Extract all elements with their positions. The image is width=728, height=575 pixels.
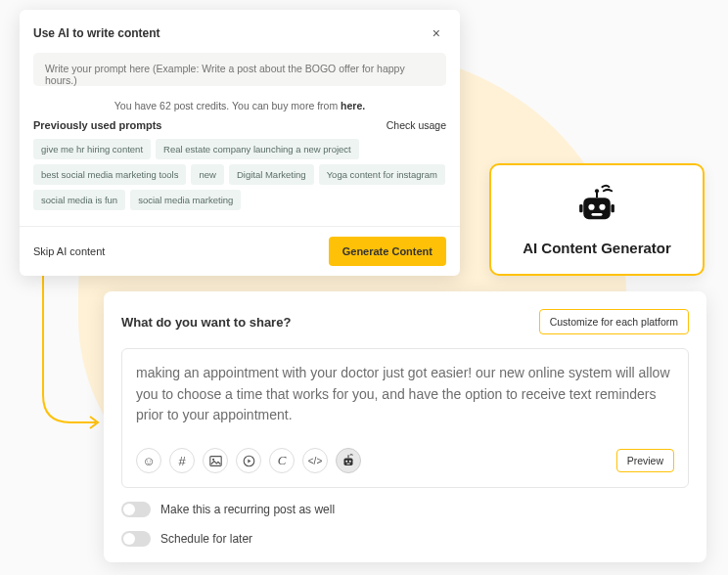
content-editor[interactable]: making an appointment with your doctor j… (121, 348, 689, 488)
code-icon[interactable]: </> (302, 448, 328, 473)
customize-platform-button[interactable]: Customize for each platform (539, 309, 689, 334)
generate-content-button[interactable]: Generate Content (329, 237, 446, 266)
check-usage-link[interactable]: Check usage (387, 119, 446, 131)
share-title: What do you want to share? (121, 315, 291, 330)
prompt-input[interactable] (33, 53, 446, 86)
prompt-chip[interactable]: new (191, 164, 223, 185)
schedule-label: Schedule for later (160, 532, 252, 546)
prompt-chip[interactable]: Yoga content for instagram (319, 164, 445, 185)
svg-rect-8 (209, 456, 220, 465)
schedule-toggle[interactable] (121, 531, 151, 547)
prompt-chip[interactable]: Digital Marketing (229, 164, 314, 185)
recurring-label: Make this a recurring post as well (160, 503, 335, 516)
svg-point-15 (349, 461, 351, 463)
prompt-chip[interactable]: social media marketing (130, 190, 241, 210)
modal-title: Use AI to write content (33, 26, 160, 40)
robot-icon (575, 183, 618, 226)
prompt-chips: give me hr hiring content Real estate co… (33, 139, 446, 210)
credit-info: You have 62 post credits. You can buy mo… (33, 100, 446, 111)
svg-rect-16 (346, 464, 350, 464)
prompt-chip[interactable]: best social media marketing tools (33, 164, 186, 185)
svg-rect-13 (344, 459, 353, 466)
ai-robot-icon[interactable] (336, 448, 361, 473)
prompt-chip[interactable]: social media is fun (33, 190, 125, 210)
svg-point-9 (212, 458, 214, 460)
svg-point-1 (595, 189, 599, 193)
svg-point-3 (588, 204, 594, 210)
svg-rect-6 (579, 204, 582, 212)
skip-ai-link[interactable]: Skip AI content (33, 245, 105, 257)
hashtag-icon[interactable]: # (169, 448, 195, 473)
ai-generator-title: AI Content Generator (509, 240, 685, 256)
emoji-icon[interactable]: ☺ (136, 448, 161, 473)
canva-icon[interactable]: C (269, 448, 295, 473)
ai-generator-card: AI Content Generator (489, 163, 705, 276)
share-composer-card: What do you want to share? Customize for… (104, 291, 706, 562)
ai-prompt-modal: Use AI to write content × You have 62 po… (20, 10, 460, 276)
prompt-chip[interactable]: Real estate company launching a new proj… (156, 139, 359, 159)
image-icon[interactable] (203, 448, 228, 473)
buy-more-link[interactable]: here. (341, 100, 365, 111)
recurring-toggle[interactable] (121, 502, 151, 517)
svg-rect-7 (611, 204, 614, 212)
svg-rect-5 (592, 213, 603, 216)
svg-point-12 (347, 455, 349, 457)
svg-point-4 (599, 204, 605, 210)
prompt-chip[interactable]: give me hr hiring content (33, 139, 151, 159)
previous-prompts-label: Previously used prompts (33, 119, 161, 131)
svg-point-14 (345, 461, 347, 463)
play-icon[interactable] (236, 448, 261, 473)
editor-toolbar: ☺ # C </> (136, 448, 361, 473)
close-icon[interactable]: × (427, 23, 446, 43)
preview-button[interactable]: Preview (616, 449, 674, 472)
svg-rect-2 (583, 198, 611, 219)
content-text: making an appointment with your doctor j… (136, 363, 674, 426)
